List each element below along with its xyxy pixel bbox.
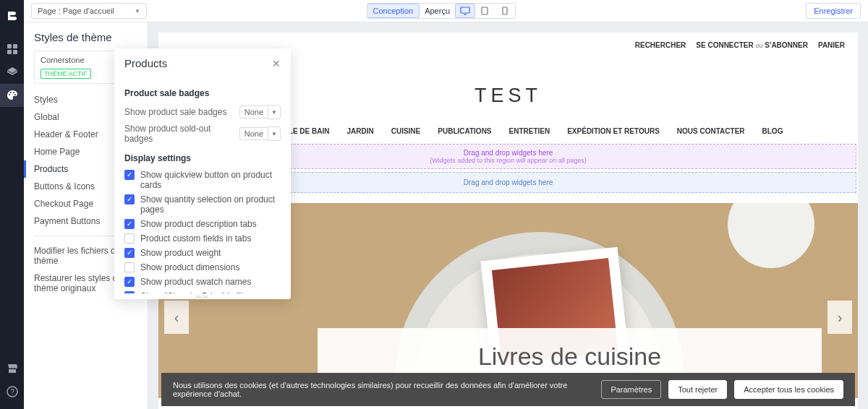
mainnav-item[interactable]: EXPÉDITION ET RETOURS [567, 127, 660, 135]
mainnav-item[interactable]: PUBLICATIONS [438, 127, 491, 135]
chevron-down-icon[interactable]: ▼ [268, 126, 281, 141]
checkbox-label: Show quickview button on product cards [140, 170, 281, 190]
page-select-label: Page : Page d'accueil [38, 7, 114, 15]
mode-toggle: Conception Aperçu [367, 3, 457, 19]
mainnav-item[interactable]: NOUS CONTACTER [677, 127, 745, 135]
mainnav-item[interactable]: BLOG [762, 127, 783, 135]
logo-icon[interactable] [0, 4, 24, 27]
mode-design[interactable]: Conception [367, 4, 420, 18]
popover-body: Product sale badges Show product sale ba… [114, 77, 291, 293]
checkbox-row: Show product description tabs [124, 217, 281, 231]
checkbox[interactable] [124, 194, 135, 204]
checkbox-label: Show product swatch names [140, 277, 251, 287]
sale-badges-select[interactable]: None [239, 106, 268, 119]
mainnav-item[interactable]: CUISINE [391, 127, 421, 135]
topnav-ou: ou [756, 42, 763, 49]
popover-header: Products ✕ [114, 48, 291, 77]
svg-rect-1 [13, 44, 17, 48]
cookie-reject-button[interactable]: Tout rejeter [668, 380, 727, 399]
checkbox-label: Show quantity selection on product pages [140, 194, 281, 215]
carousel-next-button[interactable]: › [827, 301, 852, 334]
soldout-badges-select[interactable]: None [239, 127, 268, 140]
device-desktop[interactable] [455, 4, 475, 18]
theme-icon[interactable] [0, 84, 24, 107]
checkbox-row: Show quantity selection on product pages [124, 192, 281, 217]
svg-text:?: ? [10, 388, 14, 396]
widgets-icon[interactable] [0, 38, 24, 61]
checkbox[interactable] [124, 291, 135, 293]
checkbox-label: Show product dimensions [140, 262, 239, 272]
topnav-cart[interactable]: PANIER [818, 41, 845, 49]
drop-region-text: Drag and drop widgets here [464, 149, 553, 157]
device-mobile[interactable] [495, 4, 515, 18]
chevron-down-icon[interactable]: ▼ [268, 105, 281, 119]
sidebar-title: Styles de thème [24, 31, 148, 51]
help-icon[interactable]: ? [0, 380, 24, 403]
topnav-subscribe[interactable]: S'ABONNER [765, 41, 808, 49]
row-label: Show product sale badges [124, 107, 226, 117]
checkbox-row: Show product dimensions [124, 260, 281, 275]
device-tablet[interactable] [475, 4, 495, 18]
svg-rect-7 [482, 7, 488, 14]
display-checks: Show quickview button on product cardsSh… [124, 168, 281, 293]
hero-title: Livres de cuisine [339, 343, 800, 371]
checkbox-row: Product custom fields in tabs [124, 231, 281, 246]
checkbox[interactable] [124, 219, 135, 229]
checkbox-label: Show product description tabs [140, 219, 257, 229]
checkbox-label: Product custom fields in tabs [140, 233, 251, 244]
row-soldout-badges: Show product sold-out badges None ▼ [124, 121, 281, 146]
topnav-signin[interactable]: SE CONNECTER [696, 41, 753, 49]
checkbox[interactable] [124, 262, 135, 272]
svg-rect-0 [7, 44, 12, 48]
page-select[interactable]: Page : Page d'accueil ▼ [31, 3, 147, 19]
chevron-down-icon: ▼ [135, 8, 140, 14]
section-display: Display settings [124, 153, 281, 163]
checkbox[interactable] [124, 170, 135, 180]
checkbox[interactable] [124, 233, 135, 244]
topbar: Page : Page d'accueil ▼ Conception Aperç… [24, 0, 868, 22]
popover-title: Products [124, 57, 167, 69]
checkbox-label: Show product weight [140, 248, 221, 258]
svg-rect-6 [461, 7, 469, 13]
checkbox-row: Show product weight [124, 246, 281, 260]
checkbox-row: Show quickview button on product cards [124, 168, 281, 192]
svg-rect-8 [503, 7, 507, 14]
store-icon[interactable] [0, 357, 24, 380]
mode-preview[interactable]: Aperçu [419, 4, 456, 18]
checkbox-row: Show product swatch names [124, 275, 281, 289]
checkbox[interactable] [124, 248, 135, 258]
carousel-prev-button[interactable]: ‹ [164, 301, 189, 334]
close-icon[interactable]: ✕ [272, 58, 281, 69]
section-sale-badges: Product sale badges [124, 88, 281, 98]
mainnav-item[interactable]: JARDIN [346, 127, 373, 135]
save-button[interactable]: Enregistrer [806, 3, 861, 19]
cookie-message: Nous utilisons des cookies (et d'autres … [173, 381, 594, 398]
icon-rail: ? [0, 0, 24, 409]
resize-handle-icon[interactable]: ══ [114, 293, 291, 299]
mainnav-item[interactable]: ENTRETIEN [509, 127, 550, 135]
topnav-search[interactable]: RECHERCHER [635, 41, 686, 49]
device-toggle [455, 3, 516, 19]
drop-region-text: Drag and drop widgets here [464, 178, 553, 186]
row-label: Show product sold-out badges [124, 124, 218, 144]
hero-cup-graphic [728, 203, 814, 268]
cookie-params-button[interactable]: Paramètres [601, 380, 661, 399]
theme-active-badge: THÈME ACTIF [41, 69, 91, 79]
row-sale-badges: Show product sale badges None ▼ [124, 103, 281, 121]
cookie-banner: Nous utilisons des cookies (et d'autres … [161, 373, 855, 406]
svg-rect-3 [13, 50, 17, 54]
cookie-accept-button[interactable]: Accepter tous les cookies [734, 380, 843, 399]
svg-rect-2 [7, 50, 12, 54]
products-popover: Products ✕ Product sale badges Show prod… [114, 48, 291, 299]
layers-icon[interactable] [0, 61, 24, 84]
checkbox[interactable] [124, 277, 135, 287]
